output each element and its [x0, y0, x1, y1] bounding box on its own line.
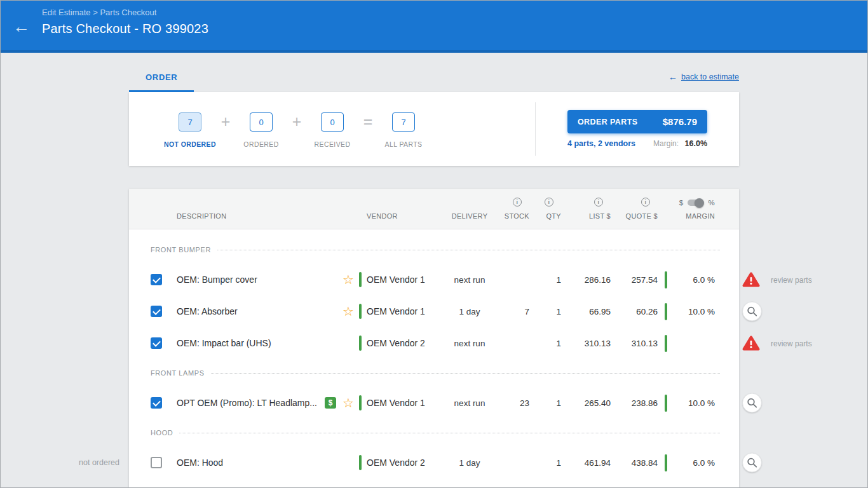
received-count[interactable]: 0 [321, 112, 344, 132]
row-checkbox[interactable] [151, 337, 162, 349]
favorite-star-icon[interactable]: ☆ [342, 305, 354, 318]
received-unit: 0 RECEIVED [321, 112, 344, 132]
column-stock: i STOCK [500, 198, 533, 229]
row-status-label: not ordered [79, 458, 119, 467]
review-warning-icon[interactable] [742, 272, 760, 288]
equals-operator: = [362, 112, 374, 130]
table-row: OEM: Bumper cover☆OEM Vendor 1next run12… [129, 264, 739, 295]
quote-price: 310.13 [614, 339, 661, 348]
quote-price: 60.26 [614, 307, 661, 316]
vendor-status-bar [359, 272, 362, 287]
promo-dollar-icon: $ [325, 397, 336, 409]
column-margin: $ % MARGIN [670, 199, 720, 229]
favorite-star-icon[interactable]: ☆ [342, 396, 354, 409]
magnifier-icon [747, 306, 757, 317]
delivery-value: next run [439, 398, 500, 408]
dollar-toggle-label: $ [679, 199, 684, 207]
parts-vendors-count: 4 parts, 2 vendors [567, 139, 635, 148]
row-action: review parts [742, 336, 812, 351]
margin-value: 10.0 % [670, 398, 720, 408]
vendor-status-bar [359, 455, 362, 470]
toggle-knob [695, 198, 704, 208]
not-ordered-count[interactable]: 7 [179, 112, 201, 132]
list-price: 265.40 [565, 398, 614, 408]
vendor-name: OEM Vendor 2 [367, 338, 425, 348]
list-price-info-icon[interactable]: i [594, 198, 603, 207]
quote-price: 238.86 [614, 398, 661, 408]
column-list-price: i LIST $ [565, 198, 614, 229]
part-description: OEM: Impact bar (UHS) [166, 338, 322, 348]
column-delivery: DELIVERY [439, 212, 500, 229]
section-title: HOOD [151, 429, 173, 437]
all-parts-label: ALL PARTS [385, 140, 423, 148]
row-action: review parts [742, 272, 812, 288]
received-label: RECEIVED [315, 140, 351, 148]
tab-order[interactable]: ORDER [129, 72, 194, 92]
quote-price-info-icon[interactable]: i [641, 198, 650, 207]
search-part-button[interactable] [742, 302, 762, 322]
back-arrow-icon: ← [668, 72, 677, 82]
column-vendor: VENDOR [358, 212, 439, 229]
vendor-name: OEM Vendor 1 [367, 274, 425, 285]
section-dotted-divider [217, 250, 720, 250]
vendor-status-bar [359, 336, 362, 351]
delivery-value: 1 day [439, 307, 500, 316]
header-back-arrow-icon[interactable]: ← [13, 18, 30, 36]
section-header: HOOD [129, 419, 739, 447]
margin-status-bar [665, 454, 667, 471]
magnifier-icon [747, 398, 757, 409]
margin-unit-toggle[interactable]: $ % [679, 199, 715, 207]
part-description: OEM: Hood [166, 458, 322, 468]
qty-info-icon[interactable]: i [545, 198, 553, 207]
all-parts-count[interactable]: 7 [392, 112, 415, 132]
delivery-value: next run [439, 275, 500, 285]
stock-info-icon[interactable]: i [513, 198, 522, 207]
plus-operator: + [290, 112, 303, 130]
qty-value: 1 [533, 398, 565, 408]
not-ordered-unit: 7 NOT ORDERED [179, 112, 201, 132]
list-price: 66.95 [565, 307, 614, 316]
row-checkbox[interactable] [151, 274, 162, 285]
search-part-button[interactable] [742, 393, 762, 413]
margin-status-bar [665, 271, 667, 288]
list-price: 286.16 [565, 275, 614, 285]
section-header: FRONT BUMPER [129, 236, 739, 264]
table-row: OPT OEM (Promo): LT Headlamp...$☆OEM Ven… [129, 387, 739, 419]
parts-count-calculator: 7 NOT ORDERED + 0 ORDERED + 0 RECEIVED =… [129, 112, 535, 153]
list-price: 461.94 [565, 458, 614, 468]
app-header: ← Edit Estimate > Parts Checkout Parts C… [0, 0, 868, 53]
margin-value: 6.0 % [670, 275, 720, 285]
section-dotted-divider [211, 373, 720, 374]
stock-value: 23 [500, 398, 533, 408]
row-checkbox[interactable] [151, 306, 162, 317]
back-to-estimate-link[interactable]: ← back to estimate [668, 72, 739, 82]
margin-percent: 16.0% [685, 139, 707, 148]
magnifier-icon [747, 458, 757, 468]
section-title: FRONT LAMPS [151, 369, 205, 377]
part-description: OEM: Bumper cover [166, 274, 322, 285]
column-qty: i QTY [533, 198, 565, 229]
toggle-track [688, 200, 703, 206]
column-quote-price: i QUOTE $ [614, 198, 661, 229]
stock-value: 7 [500, 307, 533, 316]
order-action-panel: ORDER PARTS $876.79 4 parts, 2 vendors M… [536, 110, 739, 148]
table-row: OEM: Absorber☆OEM Vendor 11 day7166.9560… [129, 295, 739, 327]
table-header: DESCRIPTION VENDOR DELIVERY i STOCK i QT… [129, 189, 739, 229]
search-part-button[interactable] [742, 453, 762, 473]
not-ordered-label: NOT ORDERED [164, 140, 216, 148]
qty-value: 1 [533, 275, 565, 285]
quote-price: 257.54 [614, 275, 661, 285]
row-checkbox[interactable] [151, 457, 162, 468]
row-checkbox[interactable] [151, 397, 162, 409]
favorite-star-icon[interactable]: ☆ [342, 273, 354, 286]
list-price: 310.13 [565, 339, 614, 348]
order-parts-button[interactable]: ORDER PARTS $876.79 [567, 110, 707, 133]
table-row: OEM: Impact bar (UHS)OEM Vendor 2next ru… [129, 327, 739, 359]
review-parts-label: review parts [771, 275, 812, 284]
row-action [742, 302, 762, 322]
main-content: ORDER ← back to estimate 7 NOT ORDERED +… [129, 72, 739, 488]
ordered-label: ORDERED [243, 140, 278, 148]
margin-status-bar [665, 395, 667, 412]
review-warning-icon[interactable] [742, 336, 760, 351]
ordered-count[interactable]: 0 [250, 112, 273, 132]
